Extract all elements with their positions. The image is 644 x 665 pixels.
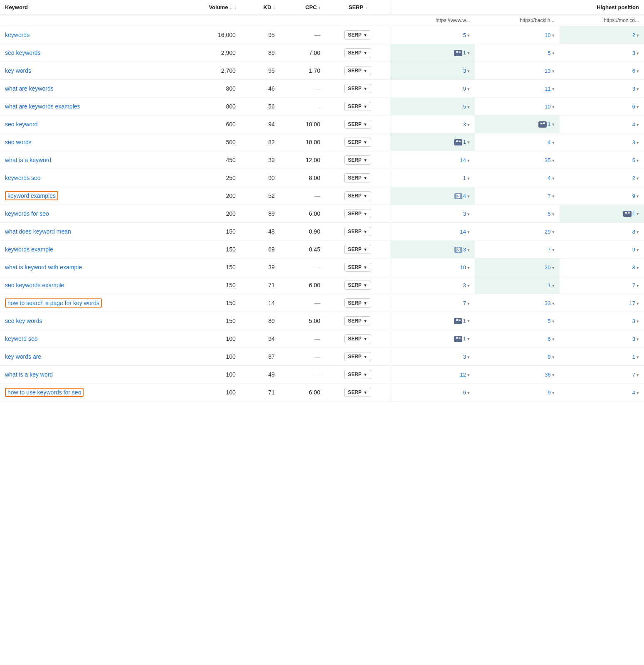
keyword-link[interactable]: how to use keywords for seo	[5, 388, 84, 397]
keyword-link[interactable]: seo keyword	[5, 121, 38, 128]
serp-button[interactable]: SERP ▼	[344, 334, 371, 343]
keyword-link[interactable]: seo key words	[5, 318, 42, 324]
serp-cell[interactable]: SERP ▼	[325, 241, 390, 259]
serp-button[interactable]: SERP ▼	[344, 48, 371, 57]
keyword-link[interactable]: what does keyword mean	[5, 228, 71, 235]
serp-button[interactable]: SERP ▼	[344, 138, 371, 147]
keyword-link[interactable]: seo keywords example	[5, 282, 64, 288]
serp-cell[interactable]: SERP ▼	[325, 116, 390, 133]
keyword-cell[interactable]: key words are	[0, 348, 182, 366]
keyword-link[interactable]: what are keywords examples	[5, 103, 80, 110]
serp-button[interactable]: SERP ▼	[344, 245, 371, 254]
keyword-cell[interactable]: what are keywords	[0, 80, 182, 98]
pos3-arrow: ▾	[635, 229, 639, 234]
serp-cell[interactable]: SERP ▼	[325, 366, 390, 384]
serp-cell[interactable]: SERP ▼	[325, 294, 390, 312]
keyword-cell[interactable]: keyword seo	[0, 330, 182, 348]
serp-button[interactable]: SERP ▼	[344, 155, 371, 165]
pos3-value: 7	[632, 282, 635, 288]
pos2-arrow: ▾	[550, 319, 554, 324]
keyword-link[interactable]: key words are	[5, 353, 41, 360]
serp-button[interactable]: SERP ▼	[344, 352, 371, 361]
serp-cell[interactable]: SERP ▼	[325, 384, 390, 401]
serp-cell[interactable]: SERP ▼	[325, 169, 390, 187]
serp-cell[interactable]: SERP ▼	[325, 62, 390, 80]
keyword-link[interactable]: keywords seo	[5, 175, 41, 181]
keyword-cell[interactable]: how to search a page for key words	[0, 294, 182, 312]
serp-button[interactable]: SERP ▼	[344, 102, 371, 111]
keyword-link[interactable]: what is a key word	[5, 371, 53, 378]
keyword-cell[interactable]: keywords example	[0, 241, 182, 259]
serp-cell[interactable]: SERP ▼	[325, 330, 390, 348]
serp-button[interactable]: SERP ▼	[344, 173, 371, 182]
col-header-serp[interactable]: SERP i	[325, 0, 390, 15]
keyword-cell[interactable]: key words	[0, 62, 182, 80]
keyword-cell[interactable]: seo keywords example	[0, 276, 182, 294]
keyword-cell[interactable]: what does keyword mean	[0, 223, 182, 241]
serp-button[interactable]: SERP ▼	[344, 298, 371, 308]
serp-button[interactable]: SERP ▼	[344, 84, 371, 93]
keyword-cell[interactable]: seo key words	[0, 312, 182, 330]
keyword-cell[interactable]: seo words	[0, 133, 182, 151]
cpc-cell: —	[280, 294, 326, 312]
pos2-cell: 1 ▾	[475, 276, 559, 294]
keyword-link[interactable]: seo keywords	[5, 49, 41, 56]
serp-cell[interactable]: SERP ▼	[325, 348, 390, 366]
col-header-volume[interactable]: Volume ↓ i	[182, 0, 241, 15]
kd-cell: 56	[241, 98, 280, 116]
serp-cell[interactable]: SERP ▼	[325, 276, 390, 294]
keyword-link[interactable]: what is a keyword	[5, 157, 51, 163]
serp-cell[interactable]: SERP ▼	[325, 98, 390, 116]
serp-cell[interactable]: SERP ▼	[325, 312, 390, 330]
kd-cell: 89	[241, 205, 280, 223]
keyword-link[interactable]: keywords for seo	[5, 210, 49, 217]
keyword-link[interactable]: keywords example	[5, 246, 53, 253]
keyword-cell[interactable]: keywords for seo	[0, 205, 182, 223]
keyword-cell[interactable]: seo keyword	[0, 116, 182, 133]
keyword-link[interactable]: keyword seo	[5, 335, 38, 342]
col-header-cpc[interactable]: CPC i	[280, 0, 326, 15]
keyword-link[interactable]: what is keyword with example	[5, 264, 82, 271]
pos1-arrow: ▾	[466, 104, 470, 109]
keyword-cell[interactable]: what is a keyword	[0, 151, 182, 169]
keyword-link[interactable]: seo words	[5, 139, 32, 145]
keyword-cell[interactable]: what is a key word	[0, 366, 182, 384]
serp-button[interactable]: SERP ▼	[344, 281, 371, 290]
keyword-cell[interactable]: seo keywords	[0, 44, 182, 62]
serp-button[interactable]: SERP ▼	[344, 191, 371, 200]
serp-button[interactable]: SERP ▼	[344, 120, 371, 129]
serp-cell[interactable]: SERP ▼	[325, 151, 390, 169]
serp-button[interactable]: SERP ▼	[344, 209, 371, 218]
pos1-value: 5	[463, 32, 466, 38]
serp-button[interactable]: SERP ▼	[344, 388, 371, 397]
col-header-kd[interactable]: KD i	[241, 0, 280, 15]
serp-cell[interactable]: SERP ▼	[325, 223, 390, 241]
keyword-cell[interactable]: what are keywords examples	[0, 98, 182, 116]
serp-button[interactable]: SERP ▼	[344, 370, 371, 379]
serp-cell[interactable]: SERP ▼	[325, 44, 390, 62]
keyword-cell[interactable]: what is keyword with example	[0, 259, 182, 276]
keyword-link[interactable]: what are keywords	[5, 85, 54, 92]
keyword-link[interactable]: key words	[5, 67, 31, 74]
serp-button[interactable]: SERP ▼	[344, 30, 371, 39]
serp-cell[interactable]: SERP ▼	[325, 259, 390, 276]
serp-cell[interactable]: SERP ▼	[325, 26, 390, 44]
keyword-link[interactable]: keyword examples	[5, 191, 58, 200]
keyword-cell[interactable]: how to use keywords for seo	[0, 384, 182, 401]
keyword-cell[interactable]: keywords	[0, 26, 182, 44]
keyword-link[interactable]: keywords	[5, 32, 30, 38]
serp-button[interactable]: SERP ▼	[344, 263, 371, 272]
keyword-link[interactable]: how to search a page for key words	[5, 298, 102, 308]
serp-cell[interactable]: SERP ▼	[325, 133, 390, 151]
pos2-arrow: ▾	[550, 33, 554, 38]
keyword-cell[interactable]: keyword examples	[0, 187, 182, 205]
serp-button[interactable]: SERP ▼	[344, 66, 371, 75]
serp-cell[interactable]: SERP ▼	[325, 205, 390, 223]
serp-cell[interactable]: SERP ▼	[325, 80, 390, 98]
cpc-cell: 1.70	[280, 62, 326, 80]
serp-cell[interactable]: SERP ▼	[325, 187, 390, 205]
serp-button[interactable]: SERP ▼	[344, 316, 371, 325]
pos2-arrow: ▾	[550, 194, 554, 199]
keyword-cell[interactable]: keywords seo	[0, 169, 182, 187]
serp-button[interactable]: SERP ▼	[344, 227, 371, 236]
